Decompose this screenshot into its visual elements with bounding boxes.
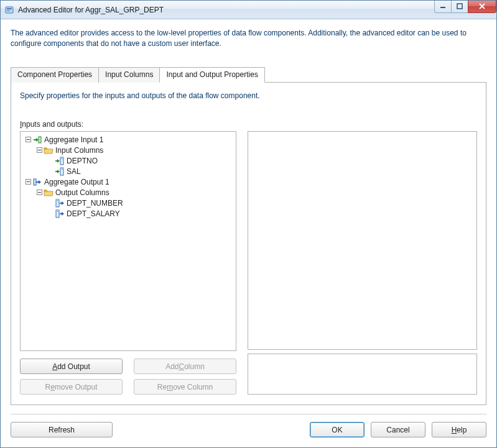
close-button[interactable] bbox=[468, 1, 496, 13]
collapse-icon[interactable] bbox=[35, 147, 43, 154]
tree-label: Output Columns bbox=[55, 188, 109, 197]
two-column-layout: Aggregate Input 1 bbox=[20, 131, 477, 395]
output-icon bbox=[32, 177, 42, 187]
svg-rect-6 bbox=[27, 139, 30, 140]
tree-label: Input Columns bbox=[55, 146, 103, 155]
io-tree[interactable]: Aggregate Input 1 bbox=[20, 131, 236, 351]
svg-rect-18 bbox=[38, 192, 41, 193]
tab-strip: Component Properties Input Columns Input… bbox=[11, 66, 486, 83]
io-label: Inputs and outputs: bbox=[20, 120, 477, 129]
svg-rect-3 bbox=[440, 7, 445, 8]
panel-instruction: Specify properties for the inputs and ou… bbox=[20, 91, 477, 100]
refresh-button[interactable]: Refresh bbox=[11, 422, 113, 437]
dialog-footer: Refresh OK Cancel Help bbox=[1, 414, 496, 447]
svg-rect-2 bbox=[7, 10, 10, 11]
property-grid[interactable] bbox=[248, 131, 477, 350]
add-output-button[interactable]: Add Output bbox=[20, 359, 123, 374]
tree-label: DEPT_SALARY bbox=[67, 209, 120, 218]
tree-node-input-root[interactable]: Aggregate Input 1 bbox=[22, 135, 235, 145]
property-description bbox=[248, 354, 477, 395]
minimize-button[interactable] bbox=[434, 1, 452, 13]
window-controls bbox=[435, 1, 496, 13]
tree-label: SAL bbox=[67, 167, 81, 176]
input-icon bbox=[32, 135, 42, 145]
tab-component-properties[interactable]: Component Properties bbox=[11, 67, 99, 83]
tree-node-column[interactable]: SAL bbox=[22, 167, 235, 176]
svg-rect-4 bbox=[457, 4, 462, 9]
column-buttons: Add Output Add Column Remove Output Remo… bbox=[20, 359, 236, 395]
svg-rect-13 bbox=[60, 168, 63, 170]
tree-node-column[interactable]: DEPT_NUMBER bbox=[22, 198, 235, 208]
collapse-icon[interactable] bbox=[35, 189, 43, 196]
remove-output-button: Remove Output bbox=[20, 379, 123, 395]
description-text: The advanced editor provides access to t… bbox=[11, 28, 486, 49]
tab-io-properties[interactable]: Input and Output Properties bbox=[159, 67, 264, 83]
remove-column-button: Remove Column bbox=[134, 379, 236, 395]
svg-rect-16 bbox=[34, 179, 36, 185]
help-button[interactable]: Help bbox=[432, 422, 486, 437]
svg-rect-20 bbox=[56, 199, 59, 201]
collapse-icon[interactable] bbox=[24, 136, 32, 144]
column-out-icon bbox=[55, 209, 65, 219]
collapse-icon[interactable] bbox=[24, 178, 32, 186]
add-column-button: Add Column bbox=[134, 359, 236, 374]
svg-rect-1 bbox=[7, 8, 12, 9]
titlebar: Advanced Editor for Aggr_SAL_GRP_DEPT bbox=[1, 1, 496, 19]
tab-panel: Specify properties for the inputs and ou… bbox=[11, 83, 486, 405]
tree-label: Aggregate Input 1 bbox=[44, 135, 103, 144]
column-in-icon bbox=[55, 167, 65, 176]
app-icon bbox=[4, 5, 14, 15]
svg-rect-7 bbox=[39, 137, 41, 143]
ok-button[interactable]: OK bbox=[310, 422, 365, 437]
tree-label: DEPT_NUMBER bbox=[67, 199, 123, 208]
cancel-button[interactable]: Cancel bbox=[371, 422, 425, 437]
tree-label: DEPTNO bbox=[67, 157, 98, 165]
right-column bbox=[248, 131, 477, 395]
content-area: The advanced editor provides access to t… bbox=[1, 19, 496, 405]
tree-node-input-columns-folder[interactable]: Input Columns bbox=[22, 145, 235, 155]
tree-node-output-columns-folder[interactable]: Output Columns bbox=[22, 188, 235, 198]
svg-rect-9 bbox=[38, 150, 41, 150]
column-in-icon bbox=[55, 156, 65, 166]
dialog-window: Advanced Editor for Aggr_SAL_GRP_DEPT Th… bbox=[0, 0, 497, 448]
tree-node-column[interactable]: DEPTNO bbox=[22, 156, 235, 166]
tree-node-column[interactable]: DEPT_SALARY bbox=[22, 209, 235, 219]
window-title: Advanced Editor for Aggr_SAL_GRP_DEPT bbox=[18, 6, 435, 14]
tab-input-columns[interactable]: Input Columns bbox=[98, 67, 160, 83]
column-out-icon bbox=[55, 198, 65, 208]
svg-rect-15 bbox=[27, 181, 30, 182]
maximize-button[interactable] bbox=[451, 1, 468, 13]
svg-rect-22 bbox=[56, 210, 59, 212]
left-column: Aggregate Input 1 bbox=[20, 131, 236, 395]
svg-rect-11 bbox=[60, 157, 63, 159]
tree-label: Aggregate Output 1 bbox=[44, 178, 109, 186]
folder-open-icon bbox=[44, 145, 53, 155]
tree-node-output-root[interactable]: Aggregate Output 1 bbox=[22, 177, 235, 187]
folder-open-icon bbox=[44, 188, 53, 198]
